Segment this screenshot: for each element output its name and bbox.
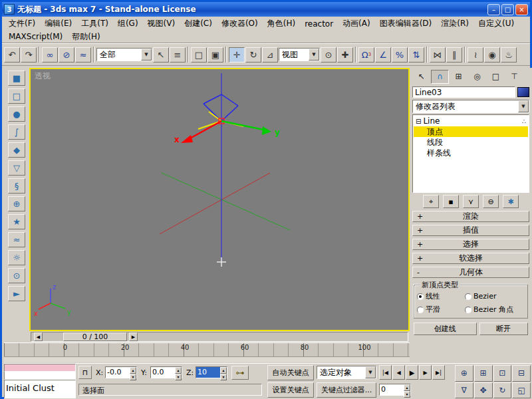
- tab-display[interactable]: □: [487, 70, 505, 84]
- menu-edit[interactable]: 编辑(E): [40, 17, 76, 31]
- spinner-up-icon[interactable]: ▴: [130, 367, 136, 374]
- break-button[interactable]: 断开: [479, 323, 528, 335]
- rollout-geometry[interactable]: - 几何体: [412, 267, 529, 278]
- min-max-toggle-icon[interactable]: ◱: [512, 382, 531, 399]
- macro-recorder-pane[interactable]: [4, 364, 76, 372]
- snap-toggle-icon[interactable]: Ω 3: [358, 47, 374, 63]
- undo-icon[interactable]: ↶: [4, 47, 20, 63]
- reactor-soft-body-collection-icon[interactable]: ●: [8, 106, 25, 122]
- y-coordinate-field[interactable]: 0.0 ▴ ▾: [150, 366, 182, 378]
- spinner-down-icon[interactable]: ▾: [404, 391, 410, 398]
- make-unique-icon[interactable]: ⋎: [463, 195, 479, 208]
- chevron-down-icon[interactable]: ▼: [309, 49, 319, 61]
- modifier-list-dropdown[interactable]: 修改器列表 ▼: [412, 100, 529, 113]
- title-bar[interactable]: 3 无标题 - 3ds max 7 - Stand-alone License …: [2, 2, 530, 17]
- selection-lock-icon[interactable]: ⊓: [78, 366, 92, 379]
- rollout-interpolation[interactable]: + 插值: [412, 225, 529, 236]
- menu-reactor[interactable]: reactor: [300, 18, 338, 30]
- chevron-down-icon[interactable]: ▼: [141, 49, 152, 61]
- reactor-cloth-collection-icon[interactable]: □: [8, 88, 25, 104]
- menu-animation[interactable]: 动画(A): [338, 17, 375, 31]
- set-key-button[interactable]: 设置关键点: [267, 382, 314, 398]
- tab-motion[interactable]: ◎: [468, 70, 486, 84]
- auto-key-button[interactable]: 自动关键点: [267, 365, 314, 380]
- use-pivot-center-icon[interactable]: ⊙: [321, 47, 336, 63]
- listener-pane[interactable]: [4, 372, 76, 380]
- zoom-extents-icon[interactable]: ⊡: [493, 365, 512, 382]
- spinner-up-icon[interactable]: ▴: [220, 367, 227, 374]
- previous-frame-icon[interactable]: ◀: [392, 365, 405, 380]
- radio-label[interactable]: Bezier: [473, 292, 496, 301]
- radio-button-icon[interactable]: [417, 307, 424, 313]
- zoom-extents-all-icon[interactable]: ⊟: [512, 365, 531, 382]
- reactor-toy-car-icon[interactable]: ⊙: [8, 268, 25, 283]
- radio-button-icon[interactable]: [417, 293, 424, 300]
- expand-collapse-icon[interactable]: ⊟: [416, 118, 421, 125]
- next-frame-icon[interactable]: ▶: [419, 365, 432, 380]
- object-color-swatch[interactable]: [517, 87, 529, 97]
- material-editor-icon[interactable]: ◉: [484, 47, 500, 63]
- show-end-result-icon[interactable]: ▪: [443, 195, 459, 208]
- reactor-wind-icon[interactable]: ☼: [8, 250, 25, 265]
- pin-stack-icon[interactable]: ⌖: [423, 195, 439, 208]
- tab-hierarchy[interactable]: ⊞: [450, 70, 467, 84]
- curve-editor-icon[interactable]: ≀: [467, 47, 483, 63]
- spinner-down-icon[interactable]: ▾: [130, 374, 136, 380]
- menu-tools[interactable]: 工具(T): [76, 17, 113, 31]
- field-of-view-icon[interactable]: ∇: [455, 382, 473, 399]
- select-by-name-icon[interactable]: ≡: [170, 47, 186, 63]
- rectangular-selection-region-icon[interactable]: □: [191, 47, 207, 63]
- selection-filter-dropdown[interactable]: 全部 ▼: [96, 48, 152, 61]
- render-scene-icon[interactable]: ♨: [501, 47, 517, 63]
- tab-utilities[interactable]: ⊤: [505, 70, 523, 84]
- radio-button-icon[interactable]: [465, 293, 471, 300]
- selection-set-dropdown[interactable]: 选定对象 ▼: [317, 366, 376, 379]
- rollout-selection[interactable]: + 选择: [412, 239, 529, 250]
- spinner-up-icon[interactable]: ▴: [404, 384, 410, 391]
- chevron-down-icon[interactable]: ▼: [365, 366, 376, 378]
- menu-maxscript[interactable]: MAXScript(M): [4, 31, 67, 43]
- stack-item-segment[interactable]: 线段: [414, 137, 528, 148]
- menu-modifiers[interactable]: 修改器(O): [217, 17, 263, 31]
- select-and-rotate-icon[interactable]: ↻: [245, 47, 261, 63]
- radio-label[interactable]: 平滑: [426, 305, 440, 315]
- current-frame-field[interactable]: 0 ▴ ▾: [379, 384, 411, 396]
- close-button[interactable]: ×: [515, 4, 528, 15]
- transform-gizmo[interactable]: x y: [174, 121, 280, 144]
- reactor-deforming-mesh-icon[interactable]: ◆: [8, 142, 25, 158]
- stack-item-line[interactable]: ⊟ Line ∴: [414, 116, 528, 126]
- select-and-scale-icon[interactable]: ⊿: [262, 47, 278, 63]
- previous-frame-arrow-icon[interactable]: ◀: [34, 332, 43, 341]
- reference-coordinate-dropdown[interactable]: 视图 ▼: [279, 48, 320, 61]
- time-slider-thumb[interactable]: 0 / 100: [63, 332, 127, 341]
- spinner-snap-icon[interactable]: ⇅: [408, 47, 424, 63]
- menu-group[interactable]: 组(G): [113, 17, 143, 31]
- reactor-rigid-body-collection-icon[interactable]: ■: [8, 70, 25, 86]
- pan-icon[interactable]: ✥: [474, 382, 493, 399]
- z-coordinate-field[interactable]: 10 ▴ ▾: [196, 366, 227, 378]
- radio-button-icon[interactable]: [465, 307, 471, 313]
- menu-help[interactable]: 帮助(H): [67, 30, 104, 44]
- window-crossing-icon[interactable]: ▣: [207, 47, 223, 63]
- bind-to-space-warp-icon[interactable]: ≈: [75, 47, 91, 63]
- time-slider-track[interactable]: ◀ 0 / 100 ▶: [31, 332, 408, 342]
- viewport-perspective[interactable]: 透视: [29, 68, 410, 331]
- x-coordinate-field[interactable]: -0.0 ▴ ▾: [105, 366, 137, 378]
- reactor-spring-icon[interactable]: §: [8, 178, 25, 194]
- rollout-rendering[interactable]: + 渲染: [412, 211, 529, 222]
- app-icon[interactable]: 3: [4, 4, 15, 15]
- select-and-manipulate-icon[interactable]: ✚: [337, 47, 353, 63]
- radio-label[interactable]: 线性: [426, 291, 440, 301]
- reactor-fracture-icon[interactable]: ★: [8, 214, 25, 229]
- menu-create[interactable]: 创建(C): [180, 17, 217, 31]
- remove-modifier-icon[interactable]: ⊖: [483, 195, 499, 208]
- arc-rotate-icon[interactable]: ↻: [493, 382, 512, 399]
- radio-linear[interactable]: 线性: [417, 291, 465, 301]
- menu-graph-editors[interactable]: 图表编辑器(D): [375, 17, 437, 31]
- zoom-icon[interactable]: ⊕: [455, 365, 473, 382]
- go-to-start-icon[interactable]: |◀: [379, 365, 392, 380]
- spinner-up-icon[interactable]: ▴: [175, 367, 182, 374]
- reactor-motor-icon[interactable]: ⊕: [8, 196, 25, 211]
- next-frame-arrow-icon[interactable]: ▶: [129, 332, 138, 341]
- radio-smooth[interactable]: 平滑: [417, 305, 465, 315]
